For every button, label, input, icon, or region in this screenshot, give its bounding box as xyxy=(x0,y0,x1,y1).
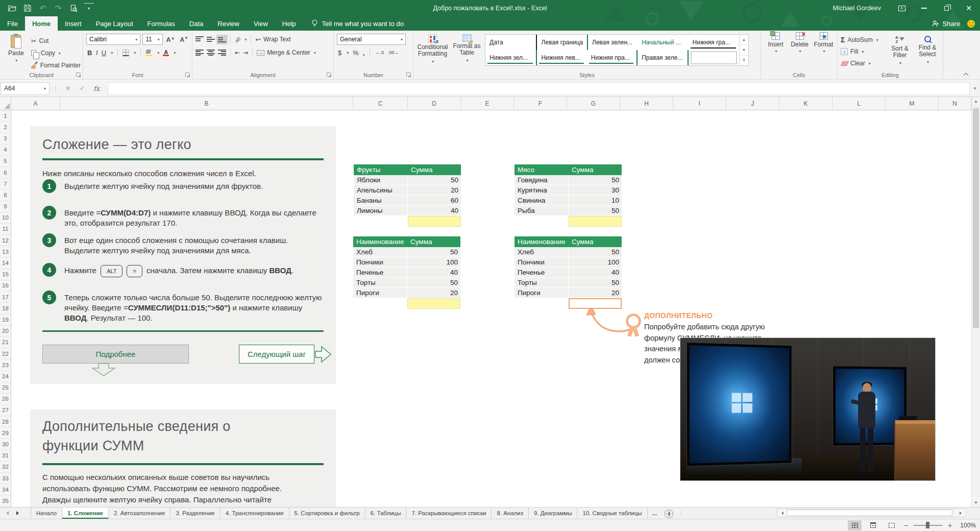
row-header-35[interactable]: 35 xyxy=(0,495,11,506)
cell-style-нижняя-гра-[interactable]: Нижняя гра... xyxy=(689,35,739,50)
ribbon-tab-data[interactable]: Data xyxy=(182,16,210,31)
font-color-button[interactable]: A xyxy=(163,50,169,56)
clipboard-dialog-launcher[interactable] xyxy=(76,73,81,77)
column-header-F[interactable]: F xyxy=(514,97,567,110)
scroll-right-arrow[interactable] xyxy=(957,509,966,517)
redo-icon[interactable]: ↷ xyxy=(53,3,63,13)
format-as-table-button[interactable]: Format as Table ▾ xyxy=(451,33,483,70)
zoom-level[interactable]: 100% xyxy=(958,522,976,529)
row-header-30[interactable]: 30 xyxy=(0,439,11,450)
shrink-font-button[interactable]: A▼ xyxy=(178,36,190,43)
answer-cell-yellow[interactable] xyxy=(407,298,460,309)
table-row[interactable]: Торты50 xyxy=(353,278,460,288)
zoom-in-button[interactable]: + xyxy=(947,521,953,529)
decrease-decimal-button[interactable]: .00→ xyxy=(388,50,399,55)
scroll-up-arrow[interactable]: ▲ xyxy=(972,97,980,106)
row-header-21[interactable]: 21 xyxy=(0,337,11,348)
table-row[interactable]: Хлеб50 xyxy=(353,247,460,257)
cell-style-нижняя-лев-[interactable]: Нижняя лев... xyxy=(536,50,586,65)
number-dialog-launcher[interactable] xyxy=(406,73,411,77)
alignment-dialog-launcher[interactable] xyxy=(327,73,331,77)
middle-align-button[interactable] xyxy=(207,36,215,43)
grow-font-button[interactable]: A▲ xyxy=(165,36,177,43)
select-all-corner[interactable] xyxy=(0,97,11,110)
table-row[interactable]: Пончики100 xyxy=(514,257,622,268)
cell-style-blank[interactable] xyxy=(691,51,737,64)
expand-formula-bar-icon[interactable]: ▾ xyxy=(970,86,980,91)
column-header-I[interactable]: I xyxy=(673,97,726,110)
cancel-entry-icon[interactable]: ✕ xyxy=(61,85,75,92)
comma-style-button[interactable]: , xyxy=(363,49,365,57)
open-file-icon[interactable] xyxy=(7,3,17,13)
row-header-11[interactable]: 11 xyxy=(0,224,11,235)
row-header-3[interactable]: 3 xyxy=(0,133,11,144)
row-header-1[interactable]: 1 xyxy=(0,110,11,122)
wrap-text-button[interactable]: ↩Wrap Text xyxy=(255,36,290,43)
horizontal-scrollbar[interactable] xyxy=(777,509,966,517)
sheet-tab-5-сортировка-и-фильтр[interactable]: 5. Сортировка и фильтр xyxy=(289,508,365,519)
row-header-17[interactable]: 17 xyxy=(0,292,11,303)
row-header-12[interactable]: 12 xyxy=(0,235,11,246)
zoom-slider-thumb[interactable] xyxy=(926,522,929,528)
column-header-D[interactable]: D xyxy=(408,97,461,110)
row-header-2[interactable]: 2 xyxy=(0,122,11,133)
sheet-tab-8-анализ[interactable]: 8. Анализ xyxy=(492,508,529,519)
paste-button[interactable]: Paste ▾ xyxy=(3,33,29,70)
table-row[interactable]: Свинина10 xyxy=(514,196,622,206)
percent-style-button[interactable]: % xyxy=(353,49,359,57)
video-player[interactable] xyxy=(680,337,936,481)
column-header-B[interactable]: B xyxy=(60,97,353,110)
table-row[interactable]: Хлеб50 xyxy=(514,247,622,257)
ribbon-tab-insert[interactable]: Insert xyxy=(58,16,89,31)
customize-qat-icon[interactable]: ▾ xyxy=(84,3,94,13)
sheet-nav-right[interactable] xyxy=(12,508,24,519)
cell-style-левая-зелен-[interactable]: Левая зелен... xyxy=(587,35,638,50)
formula-input[interactable] xyxy=(108,82,970,95)
answer-cell-orange[interactable] xyxy=(569,298,622,309)
column-header-G[interactable]: G xyxy=(567,97,620,110)
undo-icon[interactable]: ↶ xyxy=(38,3,48,13)
increase-indent-button[interactable]: ⇥ xyxy=(243,49,248,56)
sheet-nav-left[interactable] xyxy=(0,508,12,519)
confirm-entry-icon[interactable]: ✓ xyxy=(75,85,89,92)
table-row[interactable]: Пончики100 xyxy=(353,257,460,268)
insert-function-icon[interactable]: fx xyxy=(89,85,104,92)
fill-button[interactable]: ↓Fill▾ xyxy=(841,46,887,57)
close-button[interactable]: ✕ xyxy=(958,0,980,16)
conditional-formatting-button[interactable]: Conditional Formatting ▾ xyxy=(416,33,449,70)
row-header-26[interactable]: 26 xyxy=(0,394,11,405)
cut-button[interactable]: ✂Cut xyxy=(31,36,81,46)
next-step-button[interactable]: Следующий шаг xyxy=(239,345,314,364)
sheet-canvas[interactable]: Сложение — это легко Ниже описаны нескол… xyxy=(11,110,971,507)
vertical-scrollbar-thumb[interactable] xyxy=(973,108,979,328)
ribbon-tab-review[interactable]: Review xyxy=(210,16,247,31)
row-header-7[interactable]: 7 xyxy=(0,178,11,189)
bold-button[interactable]: B xyxy=(87,49,92,57)
fill-color-button[interactable] xyxy=(145,50,153,56)
bottom-align-button[interactable] xyxy=(218,36,226,43)
sheet-tab-1-сложение[interactable]: 1. Сложение xyxy=(62,508,109,519)
row-header-20[interactable]: 20 xyxy=(0,326,11,337)
column-header-C[interactable]: C xyxy=(353,97,408,110)
autosum-button[interactable]: ΣAutoSum▾ xyxy=(841,35,887,45)
sheet-tab-10-сводные-таблицы[interactable]: 10. Сводные таблицы xyxy=(577,508,647,519)
delete-cells-button[interactable]: Delete▾ xyxy=(788,32,811,70)
table-row[interactable]: Бананы60 xyxy=(354,196,461,206)
column-header-K[interactable]: K xyxy=(779,97,832,110)
align-right-button[interactable] xyxy=(218,50,226,56)
row-header-13[interactable]: 13 xyxy=(0,246,11,257)
page-layout-view-button[interactable] xyxy=(866,520,880,530)
decrease-indent-button[interactable]: ⇤ xyxy=(235,49,240,56)
align-center-button[interactable] xyxy=(207,50,215,56)
row-header-6[interactable]: 6 xyxy=(0,167,11,178)
scroll-left-arrow[interactable] xyxy=(777,509,786,517)
cell-style-нижняя-пра-[interactable]: Нижняя пра... xyxy=(587,50,638,65)
sort-filter-button[interactable]: AZ Sort & Filter ▾ xyxy=(887,34,913,70)
row-header-33[interactable]: 33 xyxy=(0,473,11,484)
ribbon-tab-formulas[interactable]: Formulas xyxy=(140,16,182,31)
row-header-8[interactable]: 8 xyxy=(0,189,11,201)
orientation-button[interactable]: ab xyxy=(234,35,242,43)
column-header-N[interactable]: N xyxy=(939,97,971,110)
underline-button[interactable]: U xyxy=(102,49,106,57)
cell-style-дата[interactable]: Дата xyxy=(485,35,536,50)
